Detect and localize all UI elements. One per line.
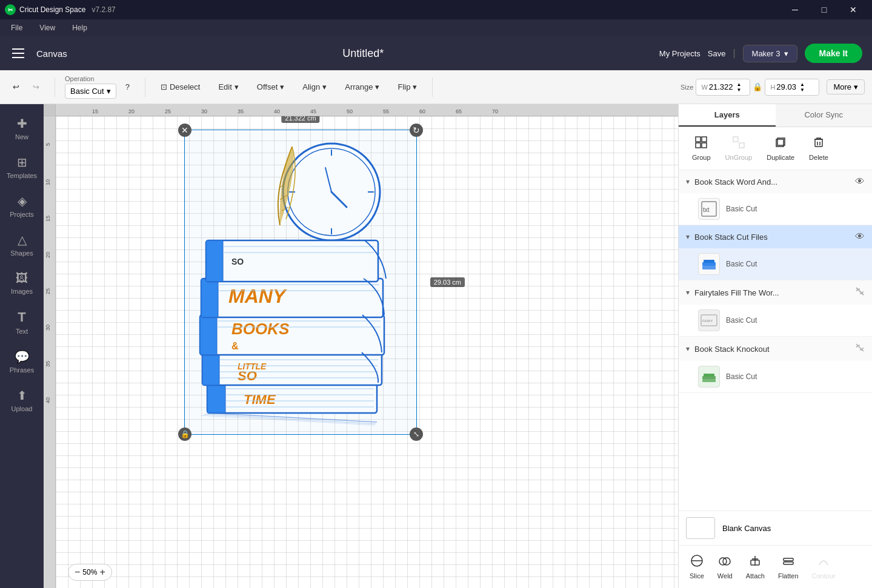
layer-group-knockout-header[interactable]: ▾ Book Stack Knockout <box>679 337 872 361</box>
upload-icon: ⬆ <box>17 388 27 403</box>
visibility-icon-1[interactable]: 👁 <box>855 176 865 187</box>
sidebar-item-new[interactable]: ✚ New <box>0 109 44 148</box>
size-label: Size <box>681 84 693 91</box>
size-group: Size W 21.322 ▲▼ 🔒 H 29.03 ▲▼ <box>681 79 819 96</box>
templates-icon: ⊞ <box>17 155 27 170</box>
canvas-area[interactable]: 15 20 25 30 35 40 45 50 55 60 65 70 5 10… <box>44 104 678 588</box>
width-stepper[interactable]: ▲▼ <box>737 82 742 93</box>
svg-rect-43 <box>702 137 707 142</box>
sidebar-item-text[interactable]: T Text <box>0 302 44 342</box>
layer-child-2[interactable]: Basic Cut <box>679 248 872 280</box>
layer-group-fairy-header[interactable]: ▾ Fairytales Fill The Wor... <box>679 280 872 305</box>
ungroup-button[interactable]: UnGroup <box>719 132 759 165</box>
zoom-out-button[interactable]: − <box>75 567 80 578</box>
menu-view[interactable]: View <box>36 22 59 33</box>
layer-child-4[interactable]: Basic Cut <box>679 361 872 392</box>
redo-button[interactable]: ↪ <box>27 79 45 94</box>
layer-child-1[interactable]: txt Basic Cut <box>679 193 872 225</box>
menu-bar: File View Help <box>0 19 872 36</box>
height-stepper[interactable]: ▲▼ <box>800 82 805 93</box>
phrases-icon: 💬 <box>15 349 30 364</box>
arrange-button[interactable]: Arrange ▾ <box>339 79 385 94</box>
lock-handle[interactable]: 🔒 <box>178 428 191 441</box>
edit-button[interactable]: Edit ▾ <box>213 79 244 94</box>
height-input[interactable]: H 29.03 ▲▼ <box>765 79 819 96</box>
bottom-toolbar: Slice Weld Attach Flatten <box>679 545 872 588</box>
rotate-handle[interactable]: ↻ <box>410 124 423 137</box>
group-button[interactable]: Group <box>686 132 717 165</box>
sidebar-item-shapes[interactable]: △ Shapes <box>0 225 44 264</box>
deselect-button[interactable]: ⊡ Deselect <box>155 79 206 94</box>
deselect-icon: ⊡ <box>161 82 167 91</box>
my-projects-link[interactable]: My Projects <box>659 49 701 58</box>
layer-group-fairy: ▾ Fairytales Fill The Wor... FAIRY Basic… <box>679 280 872 337</box>
align-button[interactable]: Align ▾ <box>297 79 332 94</box>
flatten-button[interactable]: Flatten <box>772 550 805 583</box>
sidebar-item-templates[interactable]: ⊞ Templates <box>0 148 44 187</box>
visibility-icon-2[interactable]: 👁 <box>855 231 865 242</box>
tab-color-sync[interactable]: Color Sync <box>776 104 873 127</box>
visibility-hidden-icon-3[interactable] <box>855 286 865 299</box>
layer-group-word-header[interactable]: ▾ Book Stack Word And... 👁 <box>679 170 872 193</box>
operation-group: Operation Basic Cut ▾ ? <box>65 75 135 99</box>
blank-canvas-label: Blank Canvas <box>722 524 771 533</box>
selection-box[interactable]: ✕ ↻ 🔒 ⤡ 21.322 cm 29.03 cm <box>184 130 417 435</box>
sidebar-item-projects[interactable]: ◈ Projects <box>0 187 44 225</box>
align-dropdown-icon: ▾ <box>322 82 327 91</box>
flatten-icon <box>782 554 795 570</box>
tab-layers[interactable]: Layers <box>679 104 776 127</box>
attach-button[interactable]: Attach <box>740 550 771 583</box>
new-icon: ✚ <box>17 116 27 131</box>
projects-icon: ◈ <box>18 194 27 208</box>
height-label: H <box>770 84 775 91</box>
remove-handle[interactable]: ✕ <box>178 124 191 137</box>
contour-icon <box>817 554 830 570</box>
width-input[interactable]: W 21.322 ▲▼ <box>696 79 750 96</box>
app-logo-icon: ✂ <box>5 4 16 15</box>
flip-button[interactable]: Flip ▾ <box>392 79 422 94</box>
menu-help[interactable]: Help <box>68 22 91 33</box>
maximize-button[interactable]: □ <box>810 0 838 19</box>
svg-text:FAIRY: FAIRY <box>702 319 713 323</box>
minimize-button[interactable]: ─ <box>781 0 809 19</box>
offset-button[interactable]: Offset ▾ <box>251 79 290 94</box>
contour-button[interactable]: Contour <box>806 550 842 583</box>
svg-rect-45 <box>702 143 707 148</box>
sidebar-item-upload[interactable]: ⬆ Upload <box>0 381 44 420</box>
close-button[interactable]: ✕ <box>839 0 867 19</box>
group-name-3: Fairytales Fill The Wor... <box>694 288 850 297</box>
weld-button[interactable]: Weld <box>711 550 739 583</box>
help-button[interactable]: ? <box>120 79 135 94</box>
svg-text:txt: txt <box>703 206 710 213</box>
toolbar: ↩ ↪ Operation Basic Cut ▾ ? ⊡ Deselect E… <box>0 70 872 104</box>
app-logo: ✂ Cricut Design Space v7.2.87 <box>5 4 781 15</box>
blank-canvas-row[interactable]: Blank Canvas <box>679 510 872 545</box>
sidebar-item-images[interactable]: 🖼 Images <box>0 264 44 302</box>
hamburger-menu[interactable] <box>10 44 29 63</box>
group-icon <box>694 136 708 152</box>
sidebar-item-phrases[interactable]: 💬 Phrases <box>0 342 44 381</box>
duplicate-button[interactable]: Duplicate <box>761 132 800 165</box>
menu-file[interactable]: File <box>7 22 26 33</box>
visibility-hidden-icon-4[interactable] <box>855 343 865 355</box>
layers-list: ▾ Book Stack Word And... 👁 txt Basic Cut… <box>679 170 872 510</box>
zoom-in-button[interactable]: + <box>99 567 105 578</box>
undo-button[interactable]: ↩ <box>7 79 25 94</box>
save-button[interactable]: Save <box>708 49 726 58</box>
delete-button[interactable]: Delete <box>803 132 834 165</box>
layer-group-cut-header[interactable]: ▾ Book Stack Cut Files 👁 <box>679 225 872 248</box>
make-it-button[interactable]: Make It <box>805 44 862 63</box>
canvas-label: Canvas <box>36 48 67 59</box>
zoom-level: 50% <box>82 568 97 576</box>
operation-selector[interactable]: Basic Cut ▾ <box>65 84 116 99</box>
resize-handle[interactable]: ⤡ <box>410 428 423 441</box>
maker-selector[interactable]: Maker 3 ▾ <box>743 45 797 62</box>
more-button[interactable]: More ▾ <box>827 79 865 94</box>
toolbar-divider-2 <box>145 78 145 97</box>
sidebar-label-text: Text <box>16 328 28 335</box>
expand-icon-3: ▾ <box>686 288 690 297</box>
layer-child-3[interactable]: FAIRY Basic Cut <box>679 305 872 336</box>
slice-button[interactable]: Slice <box>684 550 710 583</box>
artwork-container: TIME LITTLE SO <box>189 134 419 439</box>
layer-toolbar: Group UnGroup Duplicate Delete <box>679 127 872 170</box>
